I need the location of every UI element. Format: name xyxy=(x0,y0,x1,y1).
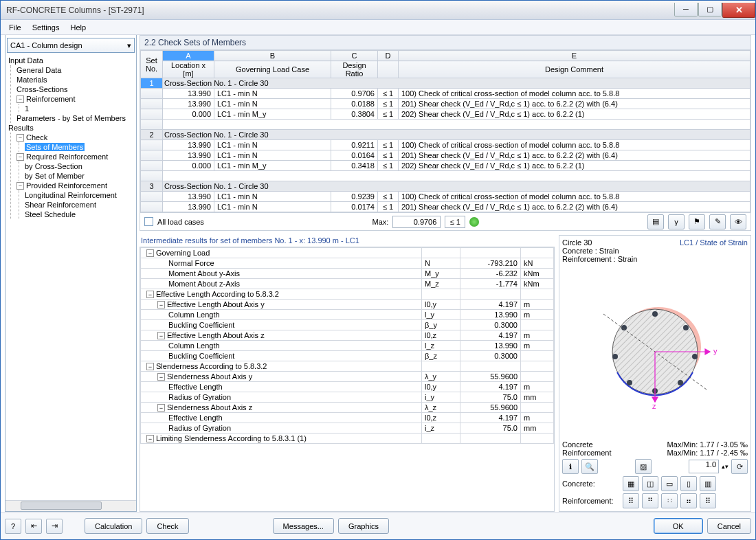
tree-reinforcement[interactable]: −Reinforcement xyxy=(15,94,135,104)
table-row[interactable]: 13.990LC1 - min N0.0188≤ 1201) Shear che… xyxy=(141,99,751,109)
tree-sets-of-members[interactable]: Sets of Members xyxy=(23,142,135,152)
preview-reinf-mm: Max/Min: 1.17 / -2.45 ‰ xyxy=(667,449,748,457)
svg-point-11 xyxy=(621,325,627,330)
export-button[interactable]: ⇥ xyxy=(46,519,63,534)
menubar: File Settings Help xyxy=(1,20,755,35)
svg-point-4 xyxy=(652,311,658,317)
table-row[interactable]: 13.990LC1 - min N0.9706≤ 1100) Check of … xyxy=(141,89,751,99)
minimize-button[interactable]: ─ xyxy=(674,3,698,16)
detail-grid[interactable]: −Governing LoadNormal ForceN-793.210kNMo… xyxy=(140,247,554,444)
preview-title: Circle 30 xyxy=(562,238,592,247)
calculation-button[interactable]: Calculation xyxy=(85,518,142,534)
max-compare: ≤ 1 xyxy=(445,216,465,228)
svg-point-7 xyxy=(678,380,683,385)
preview-line-1: Concrete : Strain xyxy=(562,247,748,255)
zoom-input[interactable]: 1.0 xyxy=(689,460,719,473)
minus-icon[interactable]: − xyxy=(16,182,24,190)
tree-params[interactable]: Parameters - by Set of Members xyxy=(15,113,135,123)
help-button[interactable]: ? xyxy=(5,519,21,534)
table-row[interactable]: 13.990LC1 - min N0.9239≤ 1100) Check of … xyxy=(141,192,751,202)
info-button[interactable]: ℹ xyxy=(562,459,579,474)
tree-by-sm[interactable]: by Set of Member xyxy=(23,171,135,181)
tree-reinf-1[interactable]: 1 xyxy=(23,104,135,113)
c-opt-4[interactable]: ▯ xyxy=(680,476,697,491)
r-opt-2[interactable]: ⠛ xyxy=(642,493,658,508)
tree-by-cs[interactable]: by Cross-Section xyxy=(23,161,135,171)
table-row[interactable]: 13.990LC1 - min N0.0164≤ 1201) Shear che… xyxy=(141,150,751,161)
tree-req-reinf[interactable]: −Required Reinforcement xyxy=(15,152,135,161)
tree-input-data[interactable]: Input Data xyxy=(7,56,135,65)
hatch-button[interactable]: ▨ xyxy=(635,459,652,474)
zoom-button[interactable]: 🔍 xyxy=(581,459,598,474)
c-opt-3[interactable]: ▭ xyxy=(661,476,678,491)
concrete-label: Concrete: xyxy=(562,480,620,488)
titlebar: RF-CONCRETE Columns - [ST-2971] ─ ▢ ✕ xyxy=(1,1,755,20)
preview-mode: LC1 / State of Strain xyxy=(680,238,748,247)
window-title: RF-CONCRETE Columns - [ST-2971] xyxy=(6,5,144,15)
tree-results[interactable]: Results xyxy=(7,123,135,133)
svg-point-9 xyxy=(627,380,632,385)
tree-prov-reinf[interactable]: −Provided Reinforcement xyxy=(15,181,135,190)
table-row[interactable]: 13.990LC1 - min N0.9211≤ 1100) Check of … xyxy=(141,140,751,150)
tree-steel-schedule[interactable]: Steel Schedule xyxy=(23,210,135,219)
graphics-button[interactable]: Graphics xyxy=(338,518,389,534)
results-grid[interactable]: Set No.ABCDELocation x [m]Governing Load… xyxy=(140,50,751,212)
spinner-icon[interactable]: ▴▾ xyxy=(722,463,729,470)
minus-icon[interactable]: − xyxy=(16,153,24,161)
svg-point-10 xyxy=(612,354,618,359)
tree-materials[interactable]: Materials xyxy=(15,75,135,85)
refresh-button[interactable]: ⟳ xyxy=(731,459,748,474)
nav-tree[interactable]: Input Data General Data Materials Cross-… xyxy=(5,54,136,500)
ok-button[interactable]: OK xyxy=(654,518,703,534)
max-label: Max: xyxy=(373,218,389,226)
messages-button[interactable]: Messages... xyxy=(273,518,334,534)
r-opt-1[interactable]: ⠿ xyxy=(623,493,639,508)
import-button[interactable]: ⇤ xyxy=(25,519,42,534)
r-opt-5[interactable]: ⠿ xyxy=(700,493,716,508)
minus-icon[interactable]: − xyxy=(16,95,24,103)
tool-4-button[interactable]: ✎ xyxy=(709,214,726,229)
cancel-button[interactable]: Cancel xyxy=(707,518,751,534)
menu-help[interactable]: Help xyxy=(65,22,91,33)
maximize-button[interactable]: ▢ xyxy=(698,3,722,16)
tool-2-button[interactable]: γ xyxy=(668,214,685,229)
r-opt-3[interactable]: ∷ xyxy=(661,493,678,508)
ok-status-icon xyxy=(469,217,479,227)
tool-1-button[interactable]: ▤ xyxy=(647,214,664,229)
menu-settings[interactable]: Settings xyxy=(27,22,65,33)
view-button[interactable]: 👁 xyxy=(730,214,746,229)
all-load-cases-checkbox[interactable] xyxy=(144,217,153,226)
close-button[interactable]: ✕ xyxy=(722,3,755,18)
tree-long-reinf[interactable]: Longitudinal Reinforcement xyxy=(23,190,135,200)
all-load-cases-label: All load cases xyxy=(157,218,204,226)
c-opt-5[interactable]: ▥ xyxy=(700,476,716,491)
svg-text:y: y xyxy=(713,347,718,355)
preview-concrete: Concrete xyxy=(562,440,593,449)
table-row[interactable]: 13.990LC1 - min N0.0174≤ 1201) Shear che… xyxy=(141,202,751,212)
tree-cross-sections[interactable]: Cross-Sections xyxy=(15,85,135,94)
tool-3-button[interactable]: ⚑ xyxy=(689,214,705,229)
c-opt-1[interactable]: ▦ xyxy=(623,476,639,491)
svg-marker-16 xyxy=(652,397,658,402)
tree-hscrollbar[interactable] xyxy=(5,500,136,511)
svg-point-6 xyxy=(692,354,698,359)
tree-general[interactable]: General Data xyxy=(15,65,135,75)
chevron-down-icon: ▾ xyxy=(127,41,131,50)
detail-title: Intermediate results for set of members … xyxy=(140,235,555,247)
case-dropdown[interactable]: CA1 - Column design ▾ xyxy=(7,38,135,53)
panel-title: 2.2 Check Sets of Members xyxy=(140,35,751,50)
svg-marker-14 xyxy=(705,349,710,355)
c-opt-2[interactable]: ◫ xyxy=(642,476,658,491)
reinf-label: Reinforcement: xyxy=(562,497,620,505)
table-row[interactable]: 0.000LC1 - min M_y0.3418≤ 1202) Shear ch… xyxy=(141,161,751,171)
preview-concrete-mm: Max/Min: 1.77 / -3.05 ‰ xyxy=(667,440,748,449)
menu-file[interactable]: File xyxy=(3,22,27,33)
minus-icon[interactable]: − xyxy=(16,134,24,142)
tree-check[interactable]: −Check xyxy=(15,133,135,142)
preview-line-2: Reinforcement : Strain xyxy=(562,255,748,263)
preview-reinf: Reinforcement xyxy=(562,449,612,457)
tree-shear-reinf[interactable]: Shear Reinforcement xyxy=(23,200,135,210)
check-button[interactable]: Check xyxy=(146,518,188,534)
r-opt-4[interactable]: ⠶ xyxy=(680,493,697,508)
table-row[interactable]: 0.000LC1 - min M_y0.3804≤ 1202) Shear ch… xyxy=(141,109,751,120)
